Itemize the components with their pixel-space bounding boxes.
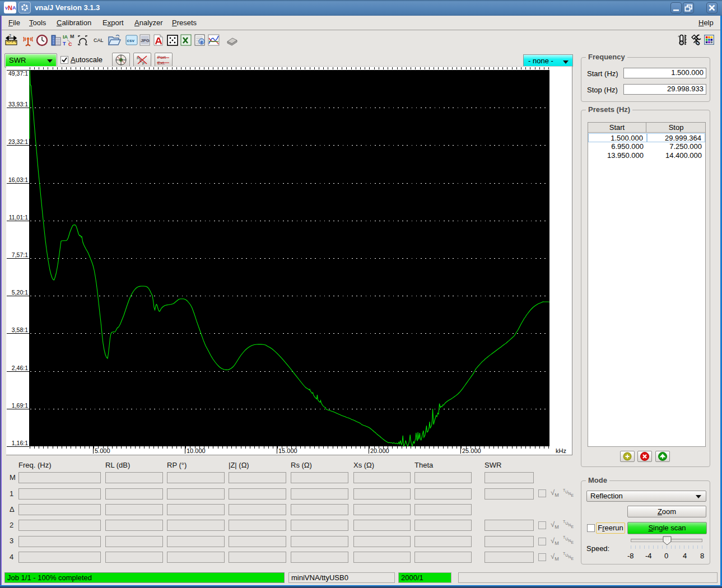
svg-text:kHz: kHz	[556, 447, 566, 454]
svg-text:33,93:1: 33,93:1	[8, 101, 28, 108]
svg-text:A: A	[12, 5, 16, 11]
svg-text:49,37:1: 49,37:1	[8, 70, 28, 77]
svg-text:7,57:1: 7,57:1	[12, 251, 28, 258]
svg-text:11,01:1: 11,01:1	[9, 214, 28, 221]
svg-text:2: 2	[9, 34, 11, 38]
svg-text:csv: csv	[127, 38, 135, 43]
svg-text:C: C	[68, 41, 72, 47]
svg-text:e: e	[201, 39, 203, 45]
svg-text:25.000: 25.000	[462, 447, 481, 454]
svg-text:15.000: 15.000	[278, 447, 297, 454]
svg-text:N: N	[8, 4, 12, 11]
svg-text:5.000: 5.000	[95, 447, 110, 454]
svg-text:1,69:1: 1,69:1	[12, 402, 28, 409]
svg-text:T: T	[63, 41, 66, 46]
svg-text:10.000: 10.000	[187, 447, 206, 454]
svg-text:CAL: CAL	[94, 38, 104, 43]
svg-text:2,46:1: 2,46:1	[12, 365, 28, 371]
svg-text:20.000: 20.000	[370, 447, 389, 454]
svg-text:M: M	[70, 34, 74, 39]
svg-text:IA: IA	[63, 34, 68, 40]
svg-text:3,58:1: 3,58:1	[12, 326, 28, 333]
svg-text:1,16:1: 1,16:1	[12, 440, 28, 446]
svg-text:JPG: JPG	[141, 38, 150, 43]
svg-text:16,03:1: 16,03:1	[8, 176, 28, 183]
svg-text:23,32:1: 23,32:1	[8, 138, 28, 145]
svg-text:5,20:1: 5,20:1	[12, 289, 28, 296]
